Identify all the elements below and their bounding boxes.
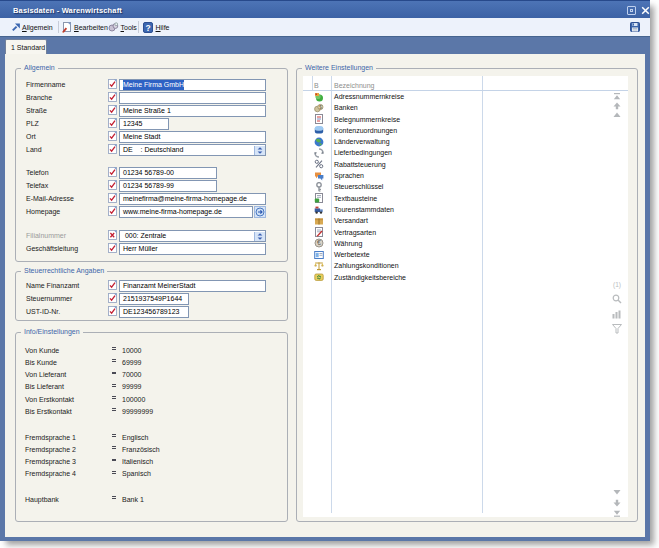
- svg-text:€: €: [317, 240, 321, 247]
- svg-text:?: ?: [145, 23, 150, 33]
